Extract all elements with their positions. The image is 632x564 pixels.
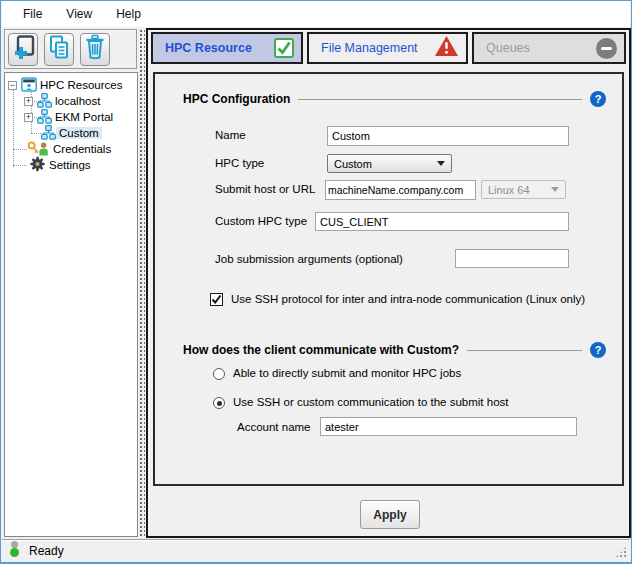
cluster-icon (41, 125, 56, 142)
name-input[interactable] (327, 126, 569, 146)
job-args-label: Job submission arguments (optional) (215, 253, 403, 265)
tree-item-ekm-portal[interactable]: + EKM Portal (24, 109, 116, 125)
tab-queues[interactable]: Queues (472, 32, 626, 64)
ssh-protocol-checkbox[interactable] (210, 293, 223, 306)
section-title: How does the client communicate with Cus… (183, 343, 459, 357)
custom-hpc-type-label: Custom HPC type (215, 215, 307, 227)
tree-item-custom[interactable]: Custom (41, 125, 102, 141)
app-window: File View Help (0, 0, 632, 564)
tree-connector (13, 149, 27, 150)
section-rule (298, 99, 582, 100)
submit-host-label: Submit host or URL (215, 183, 315, 195)
tree-item-hpc-resources[interactable]: − HPC Resources (8, 77, 125, 93)
status-idle-dot-icon (11, 541, 18, 548)
menu-help[interactable]: Help (108, 4, 149, 24)
menu-file[interactable]: File (15, 4, 50, 24)
job-args-input[interactable] (455, 249, 569, 268)
menubar: File View Help (2, 1, 630, 27)
tree-connector (13, 89, 14, 167)
tree-item-label: Credentials (50, 143, 114, 155)
delete-resource-button[interactable] (80, 33, 110, 66)
splitter-handle[interactable] (139, 29, 145, 538)
tree-item-label: Settings (46, 159, 94, 171)
cluster-icon (37, 93, 52, 110)
help-icon[interactable]: ? (590, 342, 606, 358)
tree-item-label: localhost (52, 95, 103, 107)
ssh-protocol-label: Use SSH protocol for inter and intra-nod… (231, 293, 585, 305)
tree-item-credentials[interactable]: Credentials (27, 141, 114, 157)
help-icon[interactable]: ? (590, 91, 606, 107)
tab-file-management[interactable]: File Management (307, 32, 468, 64)
platform-select[interactable]: Linux 64 (481, 180, 566, 199)
apply-button[interactable]: Apply (360, 500, 420, 529)
chevron-down-icon (437, 161, 445, 166)
submit-host-input[interactable] (325, 180, 476, 200)
tab-label: File Management (321, 41, 418, 55)
add-resource-button[interactable] (8, 33, 38, 66)
disabled-minus-icon (596, 38, 617, 59)
tree-item-label: Custom (56, 127, 102, 139)
warning-icon (434, 35, 459, 61)
settings-icon (29, 156, 46, 174)
delete-resource-icon (83, 34, 107, 64)
hpc-type-label: HPC type (215, 157, 264, 169)
duplicate-resource-icon (47, 34, 71, 64)
tab-hpc-resource[interactable]: HPC Resource (151, 32, 303, 64)
add-resource-icon (11, 34, 35, 65)
expand-icon[interactable]: + (24, 97, 33, 106)
status-text: Ready (29, 544, 64, 558)
statusbar: Ready (2, 539, 630, 560)
tree-connector (13, 165, 27, 166)
hpc-resources-icon (21, 77, 37, 94)
duplicate-resource-button[interactable] (44, 33, 74, 66)
toolbar (4, 29, 137, 69)
chevron-down-icon (551, 187, 559, 192)
credentials-icon (27, 141, 50, 158)
section-rule (467, 350, 582, 351)
platform-value: Linux 64 (488, 184, 530, 196)
hpc-type-select[interactable]: Custom (327, 154, 452, 173)
resource-panel: HPC Resource File Management Queues HPC (146, 28, 631, 538)
direct-submit-label: Able to directly submit and monitor HPC … (233, 367, 461, 379)
account-name-label: Account name (237, 421, 311, 433)
tree-item-localhost[interactable]: + localhost (24, 93, 103, 109)
resource-tree: − HPC Resources + (4, 72, 138, 537)
tab-label: Queues (486, 41, 530, 55)
direct-submit-radio[interactable] (213, 368, 225, 380)
hpc-configuration-form: HPC Configuration ? Name HPC type Custom… (153, 72, 624, 486)
custom-hpc-type-input[interactable] (315, 212, 569, 231)
tab-label: HPC Resource (165, 41, 252, 55)
status-ready-dot-icon (10, 548, 19, 557)
ssh-communication-radio[interactable] (213, 397, 225, 409)
tree-connector (31, 133, 41, 134)
menu-view[interactable]: View (58, 4, 100, 24)
expand-icon[interactable]: + (24, 113, 33, 122)
name-label: Name (215, 129, 246, 141)
section-hpc-configuration: HPC Configuration ? (183, 90, 606, 107)
ok-check-icon (274, 38, 294, 58)
section-client-communication: How does the client communicate with Cus… (183, 341, 606, 358)
cluster-icon (37, 109, 52, 126)
resize-grip[interactable] (615, 546, 627, 558)
ssh-communication-label: Use SSH or custom communication to the s… (233, 396, 508, 408)
account-name-input[interactable] (320, 417, 577, 436)
tree-item-settings[interactable]: Settings (27, 157, 94, 173)
section-title: HPC Configuration (183, 92, 290, 106)
hpc-type-value: Custom (334, 158, 372, 170)
tree-item-label: EKM Portal (52, 111, 116, 123)
collapse-icon[interactable]: − (8, 81, 17, 90)
tree-item-label: HPC Resources (37, 79, 125, 91)
